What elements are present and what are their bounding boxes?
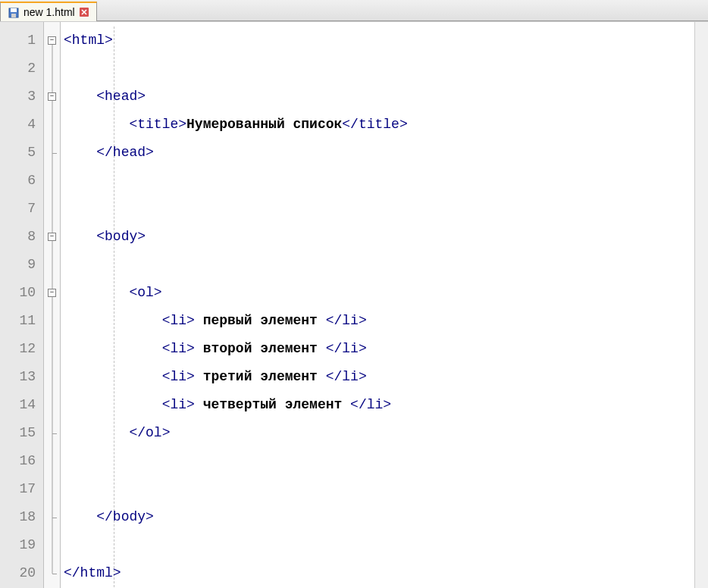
code-line[interactable]: </ol> — [61, 419, 694, 447]
line-number: 7 — [0, 195, 43, 223]
fold-toggle[interactable]: − — [48, 36, 56, 45]
code-line[interactable]: <head> — [61, 83, 694, 111]
code-line[interactable]: <li> первый элемент </li> — [61, 307, 694, 335]
code-line[interactable]: </html> — [61, 559, 694, 587]
code-area[interactable]: <html> <head> <title>Нумерованный список… — [61, 22, 694, 588]
code-line[interactable]: <body> — [61, 223, 694, 251]
fold-toggle[interactable]: − — [48, 92, 56, 101]
line-number: 17 — [0, 475, 43, 503]
file-tab[interactable]: new 1.html — [0, 2, 97, 21]
line-number: 6 — [0, 167, 43, 195]
code-line[interactable]: </head> — [61, 139, 694, 167]
svg-rect-1 — [11, 8, 17, 12]
code-line[interactable]: <ol> — [61, 279, 694, 307]
tab-filename: new 1.html — [23, 6, 75, 18]
line-number: 11 — [0, 307, 43, 335]
close-icon[interactable] — [80, 8, 89, 17]
code-line[interactable] — [61, 475, 694, 503]
code-line[interactable] — [61, 167, 694, 195]
code-line[interactable] — [61, 55, 694, 83]
fold-toggle[interactable]: − — [48, 289, 56, 297]
fold-gutter: − − − − — [44, 22, 61, 588]
line-number: 4 — [0, 111, 43, 139]
line-number: 15 — [0, 419, 43, 447]
tab-bar: new 1.html — [0, 0, 708, 21]
code-line[interactable]: <li> четвертый элемент </li> — [61, 391, 694, 419]
line-number: 14 — [0, 391, 43, 419]
line-number: 3 — [0, 83, 43, 111]
line-number: 10 — [0, 279, 43, 307]
line-number: 12 — [0, 335, 43, 363]
code-line[interactable] — [61, 195, 694, 223]
code-line[interactable]: <li> второй элемент </li> — [61, 335, 694, 363]
line-number: 13 — [0, 363, 43, 391]
line-number: 18 — [0, 503, 43, 531]
line-number: 16 — [0, 447, 43, 475]
file-save-icon — [8, 7, 19, 17]
code-line[interactable]: <title>Нумерованный список</title> — [61, 111, 694, 139]
code-line[interactable] — [61, 447, 694, 475]
line-number: 9 — [0, 251, 43, 279]
line-number: 19 — [0, 531, 43, 559]
code-line[interactable]: <html> — [61, 27, 694, 55]
code-line[interactable] — [61, 531, 694, 559]
line-number-gutter: 1 2 3 4 5 6 7 8 9 10 11 12 13 14 15 16 1… — [0, 22, 44, 588]
vertical-scrollbar[interactable] — [694, 22, 708, 588]
code-line[interactable] — [61, 251, 694, 279]
svg-rect-2 — [11, 14, 16, 17]
line-number: 8 — [0, 223, 43, 251]
code-line[interactable]: </body> — [61, 503, 694, 531]
line-number: 20 — [0, 559, 43, 587]
line-number: 5 — [0, 139, 43, 167]
editor-area: 1 2 3 4 5 6 7 8 9 10 11 12 13 14 15 16 1… — [0, 21, 708, 588]
line-number: 1 — [0, 27, 43, 55]
fold-toggle[interactable]: − — [48, 233, 56, 241]
line-number: 2 — [0, 55, 43, 83]
code-line[interactable]: <li> третий элемент </li> — [61, 363, 694, 391]
